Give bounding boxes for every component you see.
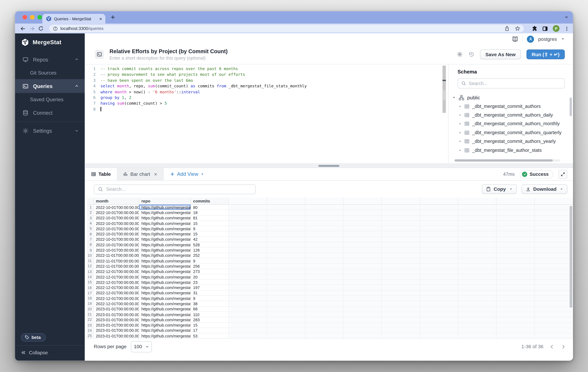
table-row[interactable]: 42022-10-01T00:00:00.000Zhttps://github.… bbox=[87, 221, 573, 226]
cell-commits[interactable]: 18 bbox=[191, 210, 229, 215]
table-row[interactable]: 162022-12-01T00:00:00.000Zhttps://github… bbox=[87, 285, 573, 290]
chevron-right-icon[interactable] bbox=[459, 140, 462, 143]
table-row[interactable]: 142022-12-01T00:00:00.000Zhttps://github… bbox=[87, 274, 573, 280]
tab-list-chevron-icon[interactable] bbox=[564, 15, 568, 19]
close-window-button[interactable] bbox=[22, 15, 27, 20]
cell-repo[interactable]: https://github.com/mergestat/... bbox=[139, 264, 191, 269]
table-row[interactable]: 102022-11-01T00:00:00.000Zhttps://github… bbox=[87, 253, 573, 258]
code-line[interactable]: having sum(commit_count) > 5 bbox=[100, 101, 448, 106]
cell-repo[interactable]: https://github.com/mergestat/... bbox=[139, 215, 191, 220]
minimize-window-button[interactable] bbox=[30, 15, 34, 20]
pane-splitter[interactable] bbox=[85, 163, 573, 168]
cell-month[interactable]: 2022-10-01T00:00:00.000Z bbox=[94, 237, 139, 242]
schema-table-row[interactable]: _dbt_mergestat_commit_authors_daily bbox=[449, 111, 573, 119]
cell-commits[interactable]: 15 bbox=[191, 231, 229, 237]
cell-commits[interactable]: 68 bbox=[191, 307, 229, 312]
table-row[interactable]: 12022-10-01T00:00:00.000Zhttps://github.… bbox=[87, 205, 573, 210]
cell-month[interactable]: 2023-01-01T00:00:00.000Z bbox=[94, 333, 139, 338]
code-line[interactable]: group by 1, 2 bbox=[100, 95, 448, 101]
add-view-button[interactable]: Add View bbox=[170, 168, 204, 180]
tab-close-icon[interactable] bbox=[99, 17, 102, 21]
previous-page-icon[interactable] bbox=[549, 344, 555, 349]
schema-horizontal-scrollbar[interactable] bbox=[454, 159, 560, 162]
back-icon[interactable] bbox=[20, 26, 26, 31]
splitter-handle[interactable] bbox=[318, 165, 339, 167]
copy-button[interactable]: Copy bbox=[482, 185, 517, 194]
query-description-placeholder[interactable]: Enter a short description for this query… bbox=[109, 55, 228, 61]
cell-commits[interactable]: 283 bbox=[191, 317, 229, 322]
table-row[interactable]: 82022-10-01T00:00:00.000Zhttps://github.… bbox=[87, 242, 573, 248]
cell-month[interactable]: 2022-12-01T00:00:00.000Z bbox=[94, 290, 139, 296]
code-line[interactable]: -- track commit counts across repos over… bbox=[100, 66, 448, 72]
collapse-sidebar-button[interactable]: Collapse bbox=[15, 345, 85, 361]
table-row[interactable]: 62022-10-01T00:00:00.000Zhttps://github.… bbox=[87, 231, 573, 237]
column-header[interactable]: month bbox=[94, 197, 139, 204]
table-row[interactable]: 132022-12-01T00:00:00.000Zhttps://github… bbox=[87, 269, 573, 274]
url-bar[interactable]: localhost:3300/queries bbox=[49, 25, 524, 32]
docs-book-icon[interactable] bbox=[512, 36, 518, 42]
rows-per-page-select[interactable]: 100 bbox=[131, 341, 152, 352]
cell-repo[interactable]: https://github.com/mergestat/... bbox=[139, 285, 191, 290]
cell-repo[interactable]: https://github.com/mergestat/... bbox=[139, 280, 191, 285]
cell-repo[interactable]: https://github.com/mergestat/... bbox=[139, 253, 191, 258]
cell-repo[interactable]: https://github.com/mergestat/... bbox=[139, 242, 191, 247]
user-avatar[interactable] bbox=[527, 35, 534, 42]
download-button[interactable]: Download bbox=[522, 185, 567, 194]
reload-icon[interactable] bbox=[38, 26, 43, 31]
cell-commits[interactable]: 9 bbox=[191, 296, 229, 301]
cell-repo[interactable]: https://github.com/mergestat/... bbox=[139, 312, 191, 317]
table-row[interactable]: 232023-01-01T00:00:00.000Zhttps://github… bbox=[87, 323, 573, 328]
cell-month[interactable]: 2022-11-01T00:00:00.000Z bbox=[94, 253, 139, 258]
cell-commits[interactable]: 273 bbox=[191, 269, 229, 274]
cell-month[interactable]: 2022-11-01T00:00:00.000Z bbox=[94, 258, 139, 263]
table-row[interactable]: 152022-12-01T00:00:00.000Zhttps://github… bbox=[87, 280, 573, 285]
sidebar-item-connect[interactable]: Connect bbox=[15, 106, 85, 120]
cell-commits[interactable]: 17 bbox=[191, 328, 229, 333]
cell-month[interactable]: 2022-12-01T00:00:00.000Z bbox=[94, 301, 139, 306]
sidebar-item-repos[interactable]: Repos bbox=[15, 52, 85, 66]
sidebar-item-queries[interactable]: Queries bbox=[15, 79, 85, 93]
cell-repo[interactable]: https://github.com/mergestat/... bbox=[139, 205, 191, 210]
forward-icon[interactable] bbox=[29, 26, 35, 31]
sidebar-item-settings[interactable]: Settings bbox=[15, 124, 85, 138]
code-line[interactable]: where month > now() - '6 months'::interv… bbox=[100, 89, 448, 95]
cell-repo[interactable]: https://github.com/mergestat/... bbox=[139, 237, 191, 242]
bookmark-star-icon[interactable] bbox=[515, 26, 520, 31]
zoom-window-button[interactable] bbox=[38, 15, 42, 20]
table-row[interactable]: 92022-10-01T00:00:00.000Zhttps://github.… bbox=[87, 248, 573, 253]
cell-month[interactable]: 2023-01-01T00:00:00.000Z bbox=[94, 323, 139, 328]
table-row[interactable]: 202023-01-01T00:00:00.000Zhttps://github… bbox=[87, 307, 573, 312]
cell-commits[interactable]: 15 bbox=[191, 323, 229, 328]
table-row[interactable]: 32022-10-01T00:00:00.000Zhttps://github.… bbox=[87, 215, 573, 221]
cell-month[interactable]: 2022-10-01T00:00:00.000Z bbox=[94, 226, 139, 231]
table-row[interactable]: 112022-11-01T00:00:00.000Zhttps://github… bbox=[87, 258, 573, 264]
code-line[interactable]: select month, repo, sum(commit_count) as… bbox=[100, 83, 448, 89]
schema-table-row[interactable]: _dbt_mergestat_commit_authors_monthly bbox=[449, 119, 573, 128]
cell-commits[interactable]: 256 bbox=[191, 264, 229, 269]
chevron-down-icon[interactable] bbox=[452, 96, 456, 99]
cell-repo[interactable]: https://github.com/mergestat/... bbox=[139, 226, 191, 231]
cell-month[interactable]: 2022-12-01T00:00:00.000Z bbox=[94, 280, 139, 285]
cell-repo[interactable]: https://github.com/mergestat/... bbox=[139, 221, 191, 226]
cell-commits[interactable]: 9 bbox=[191, 226, 229, 231]
table-row[interactable]: 182022-12-01T00:00:00.000Zhttps://github… bbox=[87, 296, 573, 301]
table-row[interactable]: 222023-01-01T00:00:00.000Zhttps://github… bbox=[87, 317, 573, 322]
sidebar-item-saved-queries[interactable]: Saved Queries bbox=[15, 93, 85, 106]
table-row[interactable]: 192022-12-01T00:00:00.000Zhttps://github… bbox=[87, 301, 573, 306]
sql-editor[interactable]: 12345678 -- track commit counts across r… bbox=[85, 64, 448, 163]
new-tab-button[interactable] bbox=[110, 15, 116, 20]
cell-month[interactable]: 2022-12-01T00:00:00.000Z bbox=[94, 274, 139, 279]
cell-month[interactable]: 2022-12-01T00:00:00.000Z bbox=[94, 269, 139, 274]
cell-month[interactable]: 2022-10-01T00:00:00.000Z bbox=[94, 215, 139, 220]
cell-month[interactable]: 2022-10-01T00:00:00.000Z bbox=[94, 221, 139, 226]
table-row[interactable]: 252023-01-01T00:00:00.000Zhttps://github… bbox=[87, 333, 573, 338]
close-tab-icon[interactable] bbox=[154, 172, 158, 176]
expand-results-button[interactable] bbox=[558, 170, 567, 179]
code-line[interactable]: -- proxy measurement to see what project… bbox=[100, 72, 448, 77]
cell-repo[interactable]: https://github.com/mergestat/... bbox=[139, 269, 191, 274]
cell-month[interactable]: 2023-01-01T00:00:00.000Z bbox=[94, 312, 139, 317]
cell-month[interactable]: 2022-10-01T00:00:00.000Z bbox=[94, 242, 139, 247]
browser-profile-avatar[interactable]: P bbox=[553, 25, 560, 32]
cell-commits[interactable]: 80 bbox=[191, 205, 229, 210]
cell-commits[interactable]: 126 bbox=[191, 248, 229, 253]
